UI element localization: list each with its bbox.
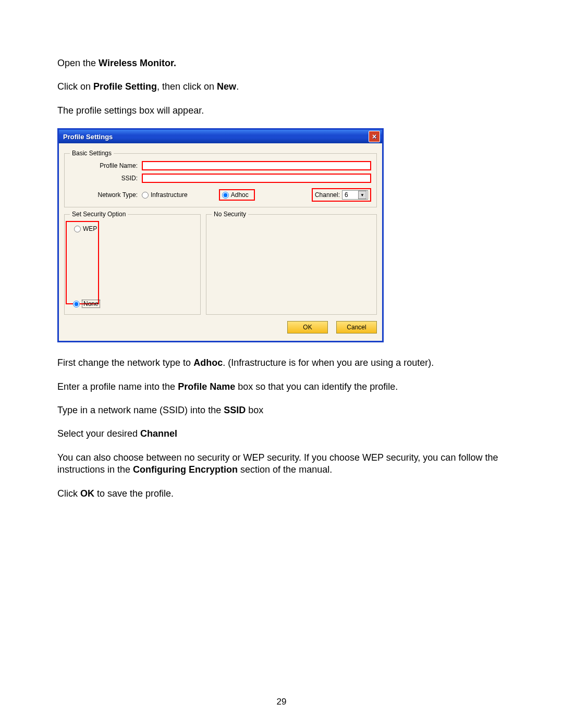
lower-panels: Set Security Option WEP None No Security — [64, 211, 377, 315]
instruction-9: Click OK to save the profile. — [57, 488, 506, 500]
profile-name-input[interactable] — [142, 161, 371, 170]
bold-text: Wireless Monitor. — [99, 58, 176, 68]
instruction-8: You can also choose between no security … — [57, 452, 506, 476]
none-item: None — [73, 300, 100, 308]
instruction-4: First change the network type to Adhoc. … — [57, 357, 506, 369]
channel-highlight: Channel: 6 ▼ — [312, 188, 371, 202]
text: Open the — [57, 58, 99, 68]
channel-value: 6 — [345, 191, 348, 199]
ssid-row: SSID: — [70, 174, 371, 183]
dialog-body: Basic Settings Profile Name: SSID: Netwo… — [59, 143, 382, 341]
no-security-legend: No Security — [212, 211, 248, 218]
text: Click on — [57, 81, 93, 92]
close-button[interactable]: × — [369, 131, 380, 142]
security-option-group: Set Security Option WEP None — [64, 211, 201, 315]
instruction-3: The profile settings box will appear. — [57, 105, 506, 117]
text: to save the profile. — [94, 488, 174, 499]
bold-text: Adhoc — [193, 357, 223, 368]
bold-text: Profile Name — [178, 381, 235, 392]
instruction-6: Type in a network name (SSID) into the S… — [57, 404, 506, 416]
adhoc-label: Adhoc — [231, 191, 249, 199]
bold-text: New — [217, 81, 236, 92]
bold-text: Profile Setting — [93, 81, 157, 92]
text: . (Infrastructure is for when you are us… — [223, 357, 434, 368]
text: box — [246, 405, 263, 415]
cancel-button[interactable]: Cancel — [336, 321, 377, 334]
security-highlight — [66, 221, 99, 304]
ssid-label: SSID: — [70, 175, 142, 182]
channel-label: Channel: — [315, 191, 340, 199]
text: . — [236, 81, 239, 92]
none-label: None — [82, 300, 100, 308]
instruction-5: Enter a profile name into the Profile Na… — [57, 381, 506, 393]
network-type-row: Network Type: Infrastructure Adhoc Chann… — [70, 188, 371, 202]
no-security-group: No Security — [206, 211, 377, 315]
text: Click — [57, 488, 80, 499]
profile-name-label: Profile Name: — [70, 162, 142, 169]
instruction-2: Click on Profile Setting, then click on … — [57, 81, 506, 93]
text: Enter a profile name into the — [57, 381, 178, 392]
basic-settings-group: Basic Settings Profile Name: SSID: Netwo… — [64, 150, 377, 207]
basic-settings-legend: Basic Settings — [70, 150, 114, 157]
profile-name-row: Profile Name: — [70, 161, 371, 170]
text: , then click on — [157, 81, 217, 92]
instruction-1: Open the Wireless Monitor. — [57, 57, 506, 69]
ok-button[interactable]: OK — [287, 321, 328, 334]
none-radio[interactable] — [73, 301, 80, 307]
page-number: 29 — [0, 697, 563, 707]
bold-text: SSID — [224, 405, 246, 415]
adhoc-radio[interactable] — [222, 192, 229, 199]
bold-text: OK — [80, 488, 94, 499]
chevron-down-icon: ▼ — [358, 191, 366, 199]
instruction-7: Select your desired Channel — [57, 428, 506, 440]
text: box so that you can identify the profile… — [235, 381, 398, 392]
infrastructure-label: Infrastructure — [151, 191, 188, 199]
button-row: OK Cancel — [64, 321, 377, 334]
adhoc-highlight: Adhoc — [219, 189, 255, 201]
bold-text: Configuring Encryption — [133, 464, 238, 475]
window-title: Profile Settings — [63, 133, 113, 141]
text: section of the manual. — [238, 464, 332, 475]
network-type-label: Network Type: — [70, 191, 142, 199]
bold-text: Channel — [140, 428, 177, 439]
ssid-input[interactable] — [142, 174, 371, 183]
close-icon: × — [372, 132, 376, 141]
security-option-legend: Set Security Option — [70, 211, 128, 218]
text: Type in a network name (SSID) into the — [57, 405, 224, 415]
profile-settings-dialog: Profile Settings × Basic Settings Profil… — [57, 128, 384, 342]
text: Select your desired — [57, 428, 140, 439]
text: First change the network type to — [57, 357, 193, 368]
infrastructure-radio[interactable] — [142, 192, 149, 199]
titlebar: Profile Settings × — [59, 130, 382, 143]
channel-select[interactable]: 6 ▼ — [342, 190, 368, 200]
